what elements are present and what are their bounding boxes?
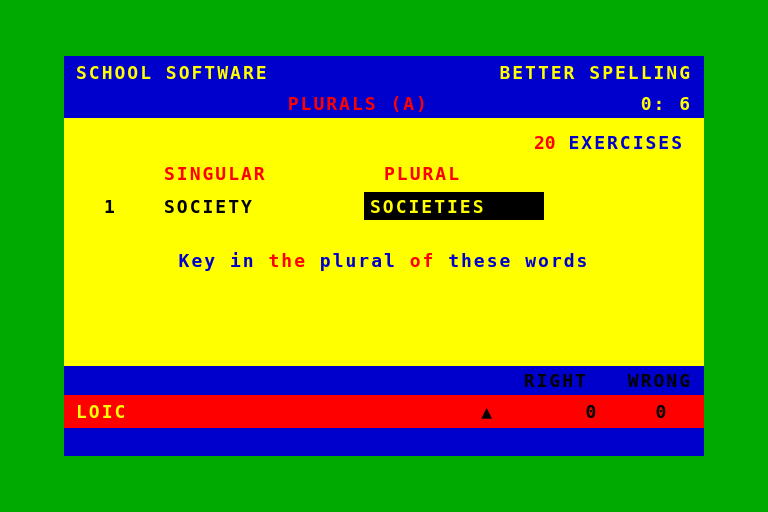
- main-area: 20 EXERCISES SINGULAR PLURAL 1 SOCIETY S…: [64, 118, 704, 366]
- right-count: 0: [552, 401, 632, 422]
- wrong-count: 0: [632, 401, 692, 422]
- header-bar: SCHOOL SOFTWARE BETTER SPELLING: [64, 56, 704, 89]
- instruction-line: Key in the plural of these words: [84, 250, 684, 271]
- timer-display: 0: 6: [641, 93, 692, 114]
- singular-header: SINGULAR: [164, 163, 384, 184]
- exercises-count: 20: [534, 132, 556, 153]
- subtitle-text: PLURALS (A): [76, 93, 641, 114]
- word-singular: SOCIETY: [144, 196, 364, 217]
- columns-row: SINGULAR PLURAL: [84, 163, 684, 184]
- bottom-header: RIGHT WRONG: [64, 366, 704, 395]
- subtitle-bar: PLURALS (A) 0: 6: [64, 89, 704, 118]
- app-title: BETTER SPELLING: [499, 62, 692, 83]
- loic-label: LOIC: [76, 401, 481, 422]
- word-row: 1 SOCIETY SOCIETIES: [84, 192, 684, 220]
- triangle-icon: ▲: [481, 401, 492, 422]
- word-input-area: SOCIETIES: [364, 192, 544, 220]
- app-name: SCHOOL SOFTWARE: [76, 62, 269, 83]
- exercises-line: 20 EXERCISES: [84, 128, 684, 153]
- right-label: RIGHT: [524, 370, 588, 391]
- plural-header: PLURAL: [384, 163, 461, 184]
- word-number: 1: [104, 196, 144, 217]
- blue-footer: [64, 428, 704, 456]
- status-bar: LOIC ▲ 0 0: [64, 395, 704, 428]
- screen: SCHOOL SOFTWARE BETTER SPELLING PLURALS …: [64, 56, 704, 456]
- input-display[interactable]: SOCIETIES: [364, 192, 544, 220]
- exercises-label: EXERCISES: [556, 132, 684, 153]
- wrong-label: WRONG: [628, 370, 692, 391]
